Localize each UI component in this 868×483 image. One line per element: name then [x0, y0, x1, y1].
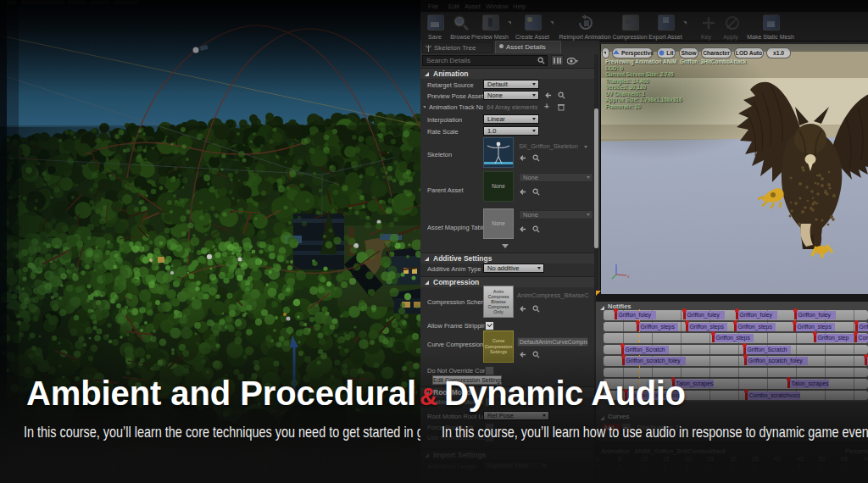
svg-text:x: x: [627, 274, 630, 279]
